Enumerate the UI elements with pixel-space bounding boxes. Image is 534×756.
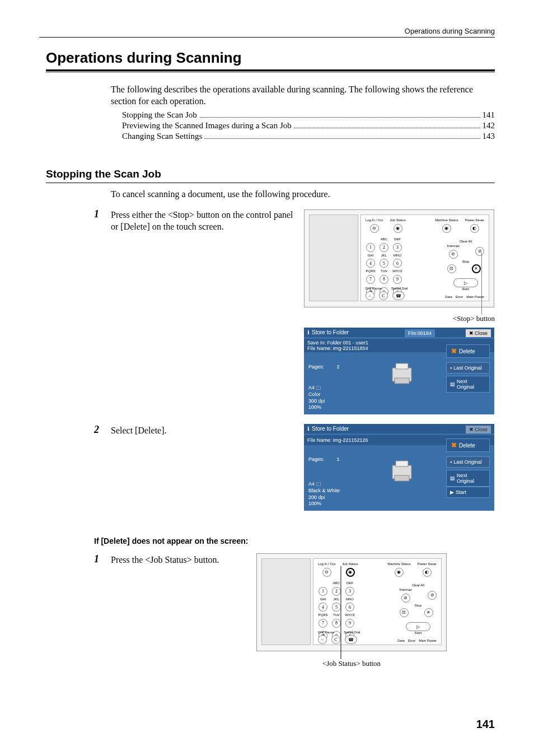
- power-saver-label: Power Saver: [418, 562, 437, 566]
- key-7[interactable]: 7: [366, 275, 375, 284]
- machine-status-label: Machine Status: [387, 562, 410, 566]
- screen-title: Store to Folder: [312, 426, 349, 432]
- stop-button[interactable]: ✕: [472, 264, 481, 273]
- next-original-label: Next Original: [457, 473, 486, 484]
- key-4[interactable]: 4: [318, 603, 327, 612]
- last-original-label: Last Original: [453, 459, 482, 465]
- interrupt-label: Interrupt: [400, 588, 412, 591]
- pqrs-label: PQRS: [366, 269, 376, 273]
- key-5[interactable]: 5: [332, 603, 341, 612]
- key-9[interactable]: 9: [393, 275, 402, 284]
- close-button[interactable]: ✖ Close: [466, 329, 491, 337]
- data-indicator: Data: [445, 295, 452, 298]
- main-power-indicator: Main Power: [419, 639, 437, 642]
- start-button[interactable]: ▷: [406, 622, 430, 631]
- key-1[interactable]: 1: [318, 587, 327, 596]
- section-heading-stopping: Stopping the Scan Job: [46, 168, 161, 180]
- key-5[interactable]: 5: [380, 259, 388, 268]
- delete-button[interactable]: ✖ Delete: [446, 344, 490, 358]
- ghi-label: GHI: [318, 598, 328, 601]
- key-3[interactable]: 3: [345, 587, 354, 596]
- speed-dial-label: Speed Dial: [344, 631, 360, 634]
- toc: Stopping the Scan Job 141 Previewing the…: [122, 110, 495, 142]
- job-status-label: Job Status: [342, 562, 358, 566]
- machine-status-label: Machine Status: [435, 218, 458, 222]
- delete-x-icon: ✖: [451, 347, 457, 355]
- review-button[interactable]: ⊡: [447, 264, 456, 273]
- next-original-button[interactable]: ▤ Next Original: [446, 376, 490, 393]
- delete-button[interactable]: ✖ Delete: [446, 438, 490, 452]
- machine-status-icon[interactable]: ◉: [442, 224, 451, 233]
- toc-row: Previewing the Scanned Images during a S…: [122, 121, 495, 130]
- keypad-area: Log In / Out⊖ Job Status◉ Machine Status…: [313, 558, 442, 645]
- speed-dial-button[interactable]: ☎: [345, 635, 357, 644]
- next-original-button[interactable]: ▤ Next Original: [446, 470, 490, 487]
- key-9[interactable]: 9: [345, 619, 354, 628]
- section-intro: To cancel scanning a document, use the f…: [111, 189, 330, 199]
- close-label: Close: [475, 330, 488, 336]
- toc-label: Changing Scan Settings: [122, 132, 204, 141]
- next-original-label: Next Original: [457, 379, 486, 390]
- data-indicator: Data: [397, 639, 405, 642]
- key-4[interactable]: 4: [366, 259, 375, 268]
- key-8[interactable]: 8: [380, 275, 388, 284]
- key-1[interactable]: 1: [366, 243, 375, 252]
- review-button[interactable]: ⊡: [400, 608, 409, 617]
- clear-button[interactable]: C: [379, 291, 388, 300]
- power-saver-icon[interactable]: ◐: [470, 224, 479, 233]
- key-6[interactable]: 6: [393, 259, 402, 268]
- key-8[interactable]: 8: [332, 619, 341, 628]
- power-saver-icon[interactable]: ◐: [423, 568, 432, 577]
- toc-label: Previewing the Scanned Images during a S…: [122, 121, 294, 130]
- clear-all-label: Clear All: [400, 584, 437, 587]
- pqrs-label: PQRS: [318, 613, 328, 617]
- paper-size: A4 ⬚: [308, 385, 325, 391]
- toc-row: Stopping the Scan Job 141: [122, 110, 495, 120]
- job-status-button-highlighted[interactable]: ◉: [346, 568, 355, 577]
- dial-pause-button[interactable]: −: [318, 635, 327, 644]
- job-status-callout-line: [340, 566, 341, 659]
- pages-value: 2: [337, 364, 340, 370]
- key-7[interactable]: 7: [318, 619, 327, 628]
- page-number: 141: [476, 718, 495, 731]
- start-button-screen[interactable]: ▶ Start: [446, 487, 490, 498]
- section-rule: [46, 183, 495, 183]
- next-original-icon: ▤: [450, 381, 455, 387]
- key-6[interactable]: 6: [345, 603, 354, 612]
- tuv-label: TUV: [379, 269, 389, 273]
- job-status-icon[interactable]: ◉: [394, 224, 402, 233]
- machine-status-icon[interactable]: ◉: [395, 568, 404, 577]
- interrupt-label: Interrupt: [447, 244, 460, 248]
- delete-label: Delete: [459, 348, 475, 354]
- key-3[interactable]: 3: [393, 243, 402, 252]
- def-label: DEF: [345, 581, 355, 585]
- paper-size: A4 ⬚: [308, 481, 340, 488]
- key-2[interactable]: 2: [380, 243, 388, 252]
- jkl-label: JKL: [379, 254, 389, 257]
- last-original-button[interactable]: ▪ Last Original: [446, 362, 490, 374]
- info-icon: ℹ: [307, 426, 310, 432]
- key-2[interactable]: 2: [332, 587, 341, 596]
- keypad-area: Log In / Out⊖ Job Status◉ Machine Status…: [360, 214, 489, 301]
- login-icon[interactable]: ⊖: [322, 568, 331, 577]
- clear-button[interactable]: C: [331, 635, 340, 644]
- subsection-step-1-text: Press the <Job Status> button.: [111, 554, 219, 566]
- header-section-title: Operations during Scanning: [405, 27, 495, 35]
- toc-label: Stopping the Scan Job: [122, 110, 199, 120]
- touch-screen-store-1: ℹ Store to Folder File:00164 ✖ Close Sav…: [304, 328, 494, 414]
- clear-all-button[interactable]: ⊘: [428, 591, 437, 600]
- dial-pause-button[interactable]: −: [366, 291, 374, 300]
- subsection-step-1-num: 1: [94, 553, 99, 565]
- next-original-icon: ▤: [450, 475, 455, 481]
- login-label: Log In / Out: [318, 562, 335, 566]
- mno-label: MNO: [345, 598, 355, 601]
- start-button[interactable]: ▷: [453, 278, 478, 287]
- login-icon[interactable]: ⊖: [370, 224, 379, 233]
- stop-button[interactable]: ✕: [424, 608, 433, 617]
- subsection-heading: If [Delete] does not appear on the scree…: [94, 536, 248, 545]
- step-number-2: 2: [94, 424, 99, 436]
- interrupt-button[interactable]: ⊘: [401, 594, 410, 603]
- speed-dial-button[interactable]: ☎: [392, 291, 405, 300]
- last-original-button[interactable]: ▪ Last Original: [446, 456, 490, 468]
- interrupt-button[interactable]: ⊘: [449, 250, 458, 259]
